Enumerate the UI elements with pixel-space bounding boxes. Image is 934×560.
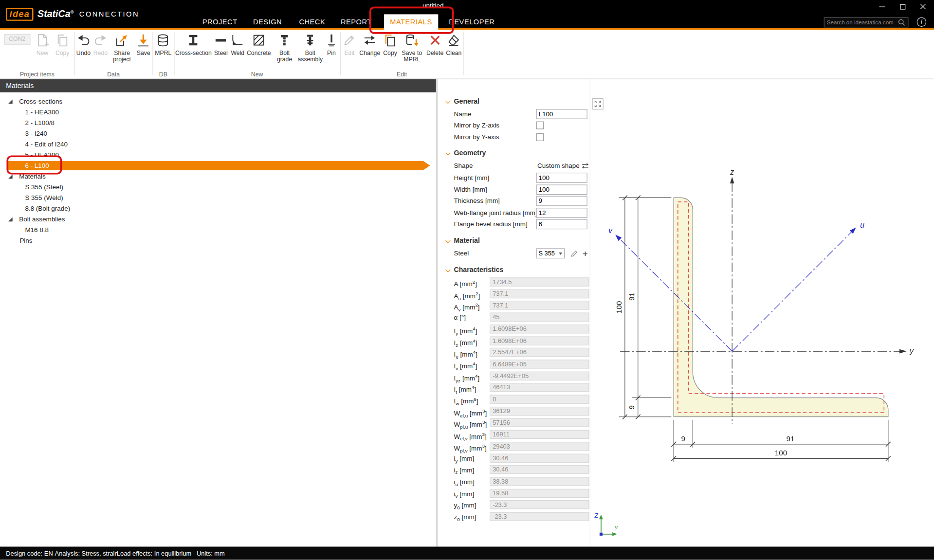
weld-button[interactable]: Weld — [230, 32, 246, 57]
char-value-i-v: 19.58 — [490, 488, 589, 497]
char-value-i-yz: -9.4492E+05 — [490, 371, 589, 380]
ribbon-button-label: Delete — [426, 50, 443, 56]
mprl-button[interactable]: MPRL — [154, 32, 172, 57]
ribbon-button-label: Copy — [55, 50, 70, 56]
tree-item-pins[interactable]: Pins — [0, 235, 436, 246]
l-section-reference-outline — [678, 202, 884, 413]
undo-button[interactable]: Undo — [75, 32, 92, 57]
shape-value: Custom shape — [537, 161, 580, 171]
save-to-mprl-button[interactable]: Save to MPRL — [400, 32, 424, 63]
project-item-selector: CON2 — [4, 34, 30, 45]
char-value-a-u: 737.1 — [490, 289, 589, 298]
ribbon-button-label: MPRL — [155, 50, 171, 56]
change-shape-icon[interactable] — [581, 162, 589, 170]
tree-item-4-edit-of-i240[interactable]: 4 - Edit of I240 — [0, 139, 436, 149]
steel-button[interactable]: Steel — [213, 32, 229, 57]
ribbon-button-label: Concrete — [247, 50, 271, 56]
ribbon-group-edit: EditChangeCopySave to MPRLDeleteCleanEdi… — [340, 30, 463, 78]
mirror-y-checkbox[interactable] — [536, 133, 544, 141]
new-item-icon — [35, 33, 50, 49]
web-flange-joint-radius-input[interactable]: 12 — [536, 208, 587, 218]
add-material-icon[interactable]: + — [583, 248, 588, 258]
char-label-z-0: z0 [mm] — [454, 512, 476, 525]
tree-item-1-hea300[interactable]: 1 - HEA300 — [0, 107, 436, 117]
mirror-z-checkbox[interactable] — [536, 122, 544, 129]
maximize-button[interactable] — [892, 0, 913, 13]
char-value-i-y: 1.6098E+06 — [490, 325, 589, 333]
thickness-input[interactable]: 9 — [536, 196, 587, 206]
section-drawing-canvas[interactable]: 100 91 9 9 91 100 z y u — [590, 79, 934, 547]
bolt-assembly-button[interactable]: Bolt assembly — [298, 32, 323, 63]
tree-item-2-l100-8[interactable]: 2 - L100/8 — [0, 117, 436, 128]
weld-icon — [230, 33, 245, 49]
bolt-grade-button[interactable]: Bolt grade — [272, 32, 297, 63]
tree-item-5-hea300[interactable]: 5 - HEA300 — [0, 149, 436, 160]
l-section-shape — [674, 198, 888, 416]
expand-triangle-icon[interactable] — [8, 99, 13, 104]
clean-button[interactable]: Clean — [445, 32, 462, 57]
tree-item-s-355-weld[interactable]: S 355 (Weld) — [0, 192, 436, 203]
tree-item-m16-8-8[interactable]: M16 8.8 — [0, 224, 436, 235]
search-input[interactable]: Search on ideastatica.com — [824, 17, 909, 27]
drawing-area[interactable]: 100 91 9 9 91 100 z y u — [590, 79, 934, 547]
flange-bevel-radius-input[interactable]: 6 — [536, 219, 587, 230]
clean-icon — [446, 33, 461, 49]
ribbon-button-label: Bolt grade — [273, 50, 296, 63]
mprl-icon — [156, 33, 171, 49]
ribbon-button-label: Steel — [214, 50, 228, 56]
tab-report[interactable]: REPORT — [335, 16, 378, 28]
search-icon[interactable] — [897, 18, 905, 26]
tree-item-s-355-steel[interactable]: S 355 (Steel) — [0, 181, 436, 192]
height-input[interactable]: 100 — [536, 173, 587, 183]
expand-triangle-icon[interactable] — [8, 174, 13, 179]
tree-item-bolt-assemblies[interactable]: Bolt assemblies — [0, 214, 436, 224]
section-header-general[interactable]: General — [438, 97, 590, 108]
change-button[interactable]: Change — [359, 32, 381, 57]
tab-design[interactable]: DESIGN — [247, 16, 288, 28]
edit-button: Edit — [341, 32, 357, 57]
section-header-geometry[interactable]: Geometry — [438, 149, 590, 160]
concrete-button[interactable]: Concrete — [246, 32, 271, 57]
minimize-button[interactable] — [872, 0, 893, 13]
section-header-material[interactable]: Material — [438, 236, 590, 247]
copy-button[interactable]: Copy — [382, 32, 398, 57]
delete-button[interactable]: Delete — [426, 32, 444, 57]
steel-material-dropdown[interactable]: S 355 — [536, 248, 565, 258]
tree-item-cross-sections[interactable]: Cross-sections — [0, 96, 436, 107]
name-input[interactable]: L100 — [536, 109, 587, 119]
save-button[interactable]: Save — [135, 32, 151, 57]
char-value-i-t: 46413 — [490, 383, 589, 392]
expand-triangle-icon[interactable] — [8, 217, 13, 221]
tab-developer[interactable]: DEVELOPER — [443, 16, 501, 28]
tab-check[interactable]: CHECK — [293, 16, 331, 28]
tab-materials[interactable]: MATERIALS — [384, 14, 438, 31]
copy-icon — [383, 33, 398, 49]
svg-text:v: v — [608, 226, 613, 235]
cross-section-icon — [186, 33, 201, 49]
help-button[interactable]: i — [917, 17, 927, 27]
cross-section-button[interactable]: Cross-section — [175, 32, 212, 57]
product-name: CONNECTION — [79, 10, 139, 18]
tree-item-label: Cross-sections — [19, 98, 62, 105]
tree-item-8-8-bolt-grade[interactable]: 8.8 (Bolt grade) — [0, 203, 436, 214]
close-button[interactable] — [913, 0, 933, 13]
char-value-w-el-u: 36129 — [490, 407, 589, 415]
pin-button[interactable]: Pin — [323, 32, 339, 57]
width-input[interactable]: 100 — [536, 184, 587, 195]
width-mm-label: Width [mm] — [454, 184, 487, 195]
ribbon-group-project-items: CON2NewCopyProject items — [0, 30, 74, 78]
new-item-button: New — [34, 32, 50, 57]
edit-material-icon[interactable] — [570, 249, 579, 258]
tab-project[interactable]: PROJECT — [196, 16, 243, 28]
svg-text:y: y — [909, 347, 914, 355]
tree-item-materials[interactable]: Materials — [0, 171, 436, 181]
ribbon-group-label: New — [174, 71, 340, 77]
tree-item-3-i240[interactable]: 3 - I240 — [0, 128, 436, 139]
ribbon-group-new: Cross-sectionSteelWeldConcreteBolt grade… — [174, 30, 340, 78]
ribbon-button-label: Pin — [327, 50, 336, 56]
status-item-design-code: Design code: EN — [6, 547, 53, 560]
tree-item-6-l100[interactable]: 6 - L100 — [0, 160, 436, 171]
char-value-i-u: 38.38 — [490, 477, 589, 486]
share-project-button[interactable]: Share project — [110, 32, 134, 63]
section-header-characteristics[interactable]: Characteristics — [438, 266, 590, 276]
